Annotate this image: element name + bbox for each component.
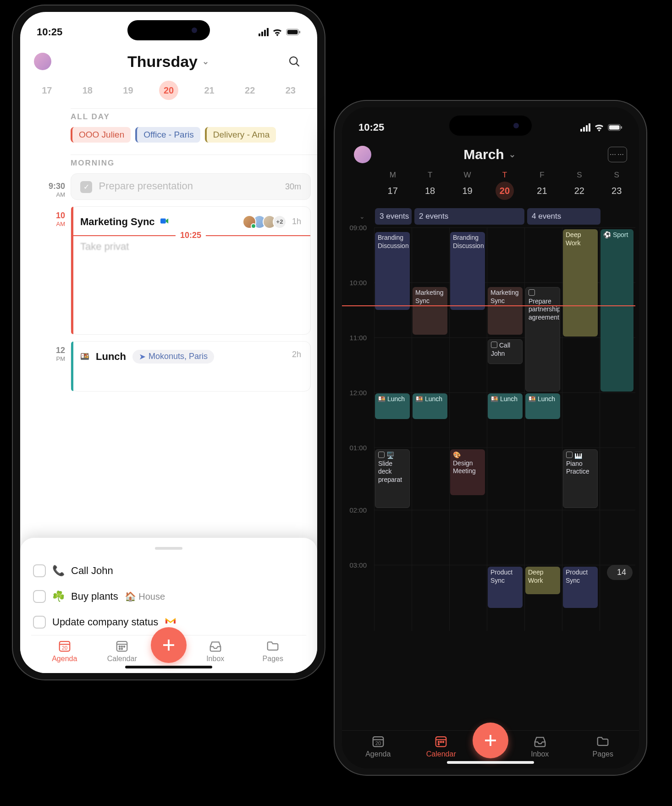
week-timeline[interactable]: 09:00 10:00 11:00 12:00 01:00 02:00 03:0…	[342, 227, 639, 631]
checkbox[interactable]	[33, 616, 46, 629]
week-day[interactable]: 17	[27, 81, 67, 100]
day-cell[interactable]: 21	[523, 182, 561, 200]
event-duration: 30m	[285, 182, 301, 192]
week-day[interactable]: 21	[189, 81, 230, 100]
food-icon: 🍱	[80, 352, 89, 361]
inbox-icon	[533, 734, 547, 748]
add-button[interactable]	[473, 723, 508, 758]
event-marketing[interactable]: Marketing Sync	[413, 287, 447, 335]
event-lunch[interactable]: 🍱 Lunch	[375, 393, 410, 419]
svg-line-4	[297, 64, 299, 66]
event-sport[interactable]: ⚽ Sport	[600, 229, 633, 392]
tab-calendar[interactable]: Calendar	[410, 734, 473, 758]
tab-inbox[interactable]: Inbox	[508, 734, 572, 758]
event-branding[interactable]: Branding Discussion	[450, 232, 485, 310]
event-piano[interactable]: 🎹Piano Practice	[563, 449, 598, 508]
svg-point-14	[119, 648, 121, 650]
allday-summary[interactable]: 3 events	[375, 208, 412, 225]
battery-icon	[286, 28, 301, 36]
day-cell[interactable]: 22	[561, 182, 598, 200]
avatar[interactable]	[354, 146, 371, 163]
tab-pages[interactable]: Pages	[244, 639, 302, 663]
checkbox-icon	[566, 452, 573, 458]
hour-label: 02:00	[342, 506, 370, 514]
event-design[interactable]: 🎨Design Meeting	[450, 449, 485, 495]
todo-sheet[interactable]: 📞 Call John ☘️ Buy plants 🏠 House Update…	[20, 538, 317, 673]
week-day[interactable]: 18	[67, 81, 108, 100]
status-time: 10:25	[37, 26, 62, 38]
tab-agenda[interactable]: 20 Agenda	[36, 639, 94, 663]
todo-item[interactable]: 📞 Call John	[31, 558, 306, 584]
collapse-icon[interactable]: ⌄	[359, 213, 372, 220]
event-marketing[interactable]: Marketing Sync	[488, 287, 523, 335]
event-location[interactable]: ➤ Mokonuts, Paris	[132, 350, 214, 364]
week-day[interactable]: 19	[108, 81, 149, 100]
calendar-icon	[434, 734, 448, 748]
sheet-handle[interactable]	[155, 547, 182, 550]
hour-label: 09:00	[342, 224, 370, 232]
todo-item[interactable]: ☘️ Buy plants 🏠 House	[31, 584, 306, 609]
allday-summary[interactable]: 4 events	[527, 208, 600, 225]
week-day[interactable]: 22	[230, 81, 270, 100]
more-events-badge[interactable]: 14	[607, 565, 633, 580]
allday-event[interactable]: Delivery - Ama	[205, 127, 276, 143]
search-button[interactable]	[285, 52, 303, 71]
allday-event[interactable]: OOO Julien	[71, 127, 131, 143]
svg-point-3	[290, 57, 297, 64]
month-selector[interactable]: March ⌄	[463, 147, 515, 162]
event-prepare-partnership[interactable]: Prepare partnership agreement	[525, 287, 560, 392]
section-label-morning: MORNING	[20, 155, 317, 173]
checkbox[interactable]	[33, 590, 46, 603]
svg-rect-5	[160, 218, 166, 223]
keyboard-button[interactable]: ⋯⋯	[608, 147, 627, 162]
tab-pages[interactable]: Pages	[572, 734, 635, 758]
allday-summary[interactable]: 2 events	[414, 208, 524, 225]
tab-calendar[interactable]: Calendar	[94, 639, 151, 663]
attendee-avatars: +2	[242, 215, 286, 229]
status-time: 10:25	[358, 121, 384, 133]
event-title: Prepare presentation	[99, 180, 193, 192]
add-button[interactable]	[151, 627, 187, 663]
event-card-prepare[interactable]: ✓ Prepare presentation 30m	[71, 173, 311, 200]
svg-point-26	[438, 741, 440, 743]
event-product[interactable]: Product Sync	[563, 567, 598, 608]
event-lunch[interactable]: 🍱 Lunch	[488, 393, 523, 419]
day-cell[interactable]: 23	[598, 182, 635, 200]
event-card-marketing[interactable]: Marketing Sync +2 1h	[71, 206, 311, 335]
event-lunch[interactable]: 🍱 Lunch	[413, 393, 447, 419]
time-label: 12PM	[34, 346, 65, 362]
screen-dark: 10:25 March ⌄ ⋯⋯ M T W T	[342, 107, 639, 768]
tab-inbox[interactable]: Inbox	[187, 639, 244, 663]
day-cell[interactable]: 17	[374, 182, 411, 200]
week-day[interactable]: 20	[149, 81, 189, 100]
svg-text:20: 20	[61, 645, 67, 651]
event-deepwork[interactable]: Deep Work	[525, 567, 560, 594]
avatar[interactable]	[34, 53, 51, 70]
day-cell[interactable]: 18	[411, 182, 448, 200]
event-lunch[interactable]: 🍱 Lunch	[525, 393, 560, 419]
tab-agenda[interactable]: 20 Agenda	[347, 734, 410, 758]
event-slides[interactable]: 🖥️Slide deck preparat	[375, 449, 410, 508]
event-card-lunch[interactable]: 🍱 Lunch ➤ Mokonuts, Paris 2h	[71, 341, 311, 392]
allday-event[interactable]: Office - Paris	[135, 127, 200, 143]
event-calljohn[interactable]: Call John	[488, 339, 523, 364]
day-cell[interactable]: 20	[486, 182, 523, 200]
phone-frame-light: 10:25 Thursday ⌄ 17	[13, 6, 325, 679]
svg-point-11	[119, 646, 121, 647]
day-selector[interactable]: Thursday ⌄	[127, 53, 209, 71]
event-branding[interactable]: Branding Discussion	[375, 232, 410, 310]
svg-point-15	[121, 648, 123, 650]
svg-rect-2	[299, 31, 300, 33]
svg-point-13	[124, 646, 125, 647]
event-product[interactable]: Product Sync	[488, 567, 523, 608]
event-duration: 1h	[292, 217, 301, 226]
gmail-icon	[165, 616, 176, 628]
week-day[interactable]: 23	[270, 81, 311, 100]
event-deepwork[interactable]: Deep Work	[563, 229, 598, 337]
page-title: Thursday	[127, 53, 198, 71]
svg-rect-20	[621, 126, 622, 129]
day-cell[interactable]: 19	[449, 182, 486, 200]
clover-icon: ☘️	[52, 591, 65, 602]
svg-text:20: 20	[375, 740, 381, 746]
checkbox[interactable]	[33, 564, 46, 577]
